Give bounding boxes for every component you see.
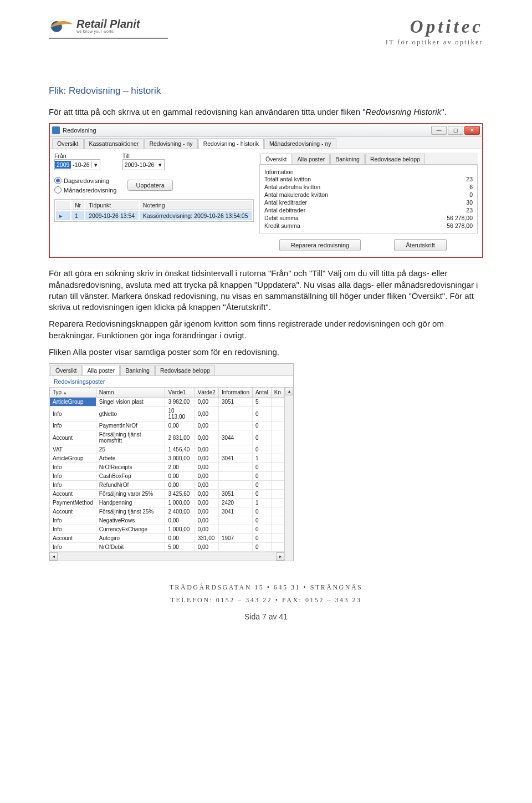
table-row[interactable]: InfogtNetto10 113,000,000 [50,406,284,421]
table-row[interactable]: AccountFörsäljning varor 25%3 425,600,00… [50,490,284,499]
main-tabstrip: Översikt Kassatransaktioner Redovisning … [50,137,482,149]
s2-tab-redovisade-belopp[interactable]: Redovisade belopp [155,365,215,375]
header-rule [49,38,168,39]
detail-tabstrip: Översikt Alla poster Bankning Redovisade… [259,153,478,165]
s2-tab-oversikt[interactable]: Översikt [50,365,82,375]
sort-asc-icon: ▲ [63,390,67,395]
subtab-redovisade-belopp[interactable]: Redovisade belopp [365,154,425,164]
col-typ[interactable]: Typ▲ [50,388,96,398]
brand-block: Optitec IT för optiker av optiker [386,17,483,47]
chevron-down-icon[interactable]: ▾ [156,161,164,168]
table-row[interactable]: InfoNrOfReceipts2,000,000 [50,463,284,472]
section-title: Flik: Redovisning – historik [49,85,483,96]
grid-header-row: Typ▲ Namn Värde1 Värde2 Information Anta… [50,388,284,398]
screenshot-alla-poster: Översikt Alla poster Bankning Redovisade… [49,363,294,561]
horizontal-scrollbar[interactable]: ◂ ▸ [49,552,284,561]
app-icon [52,126,60,134]
col-namn[interactable]: Namn [96,388,165,398]
tab-manadsredovisning-ny[interactable]: Månadsredovisning - ny [264,138,336,149]
table-row[interactable]: InfoCurrencyExChange1 000,000,000 [50,525,284,534]
repair-button[interactable]: Reparera redovisning [279,239,361,251]
window-title: Redovisning [63,127,96,134]
table-row[interactable]: ArticleGroupSingel vision plast3 982,000… [50,398,284,406]
table-row[interactable]: InfoNegativeRows0,000,000 [50,516,284,525]
globe-swoosh-icon [49,17,73,34]
col-information[interactable]: Information [218,388,252,398]
logo-text: Retail Planit [76,18,140,31]
close-button[interactable]: ✕ [464,126,480,135]
table-row[interactable]: ArticleGroupArbete3 000,000,0030411 [50,454,284,463]
paragraph-4: Fliken Alla poster visar samtliga poster… [49,347,483,358]
radio-manadsredovisning[interactable] [54,186,62,194]
page-number: Sida 7 av 41 [49,612,483,621]
intro-paragraph: För att titta på och skriva ut en gammal… [49,106,483,118]
col-varde2[interactable]: Värde2 [195,388,218,398]
footer-phone: TELEFON: 0152 – 343 22 • FAX: 0152 – 343… [49,596,483,604]
reprint-button[interactable]: Återutskrift [394,239,447,251]
tab-kassatransaktioner[interactable]: Kassatransaktioner [84,138,144,149]
group-label: Redovisningsposter [49,376,293,387]
info-panel: Information Totalt antal kvitton23 Antal… [259,165,478,233]
table-row[interactable]: InfoCashBoxFop0,000,000 [50,472,284,481]
table-row[interactable]: VAT251 456,400,000 [50,445,284,454]
table-row[interactable]: AccountAutogiro0,00331,0019070 [50,534,284,543]
col-antal[interactable]: Antal [252,388,271,398]
scroll-right-icon[interactable]: ▸ [276,552,284,561]
update-button[interactable]: Uppdatera [127,180,172,191]
subtab-oversikt[interactable]: Översikt [260,154,292,164]
chevron-down-icon[interactable]: ▾ [91,161,100,168]
poster-grid[interactable]: Typ▲ Namn Värde1 Värde2 Information Anta… [49,387,284,552]
scroll-up-icon[interactable]: ▴ [285,387,293,395]
window-titlebar: Redovisning — ▢ ✕ [50,124,482,137]
paragraph-3: Reparera Redovisningsknappen går igenom … [49,318,483,341]
brand-subtitle: IT för optiker av optiker [386,38,483,47]
table-row[interactable]: PaymentMethodHandpenning1 000,000,002420… [50,499,284,507]
s2-tab-alla-poster[interactable]: Alla poster [83,365,120,375]
table-row[interactable]: AccountFörsäljning tjänst momsfritt2 831… [50,430,284,445]
footer-address: TRÄDGÅRDSGATAN 15 • 645 31 • STRÄNGNÄS [49,583,483,592]
subtab-bankning[interactable]: Bankning [330,154,365,164]
label-till: Till [122,153,165,159]
paragraph-2: För att göra en sökning skriv in önskat … [49,268,483,313]
label-fran: Från [54,153,100,159]
redovisning-list-grid[interactable]: Nr Tidpunkt Notering ▸ 1 2009-10-26 13:5… [54,199,254,222]
minimize-button[interactable]: — [431,126,447,135]
s2-tab-bankning[interactable]: Bankning [120,365,155,375]
row-marker-icon: ▸ [56,211,70,220]
table-row[interactable]: AccountFörsäljning tjänst 25%2 400,000,0… [50,507,284,516]
tab-redovisning-historik[interactable]: Redovisning - historik [198,138,264,149]
maximize-button[interactable]: ▢ [448,126,463,135]
brand-title: Optitec [386,17,483,37]
table-row[interactable]: InfoPaymentInNrOf0,000,000 [50,421,284,430]
page-footer: TRÄDGÅRDSGATAN 15 • 645 31 • STRÄNGNÄS T… [49,583,483,621]
radio-dagsredovisning[interactable] [54,177,62,184]
scroll-left-icon[interactable]: ◂ [49,552,58,561]
logo: Retail Planit we know your world. [49,17,168,34]
tab-oversikt[interactable]: Översikt [52,138,84,149]
tab-redovisning-ny[interactable]: Redovisning - ny [144,138,197,149]
info-title: Information [264,169,473,175]
subtab-alla-poster[interactable]: Alla poster [293,154,330,164]
table-row[interactable]: ▸ 1 2009-10-26 13:54 Kassörredovisning: … [56,211,252,220]
col-varde1[interactable]: Värde1 [165,388,195,398]
page-header: Retail Planit we know your world. Optite… [49,17,483,47]
table-row[interactable]: InfoRefundNrOf0,000,000 [50,481,284,490]
date-from-input[interactable]: 2009-10-26▾ [54,159,100,170]
alla-poster-tabstrip: Översikt Alla poster Bankning Redovisade… [49,364,293,376]
col-kn[interactable]: Kn [271,388,284,398]
vertical-scrollbar[interactable]: ▴ [284,387,293,561]
table-row[interactable]: InfoNrOfDebit5,000,000 [50,543,284,552]
date-to-input[interactable]: 2009-10-26▾ [122,159,165,170]
screenshot-redovisning-window: Redovisning — ▢ ✕ Översikt Kassatransakt… [49,123,483,258]
